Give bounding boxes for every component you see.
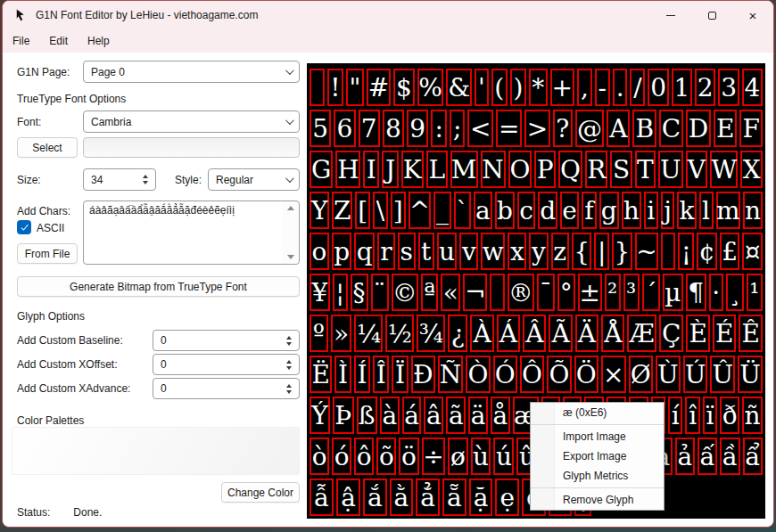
glyph-cell[interactable]: v xyxy=(459,233,478,270)
glyph-cell[interactable]: ; xyxy=(450,110,466,147)
color-palette-panel[interactable] xyxy=(12,427,300,475)
glyph-cell[interactable]: / xyxy=(630,69,645,106)
glyph-cell[interactable]: i xyxy=(644,192,658,229)
glyph-cell[interactable]: @ xyxy=(575,110,604,147)
glyph-cell[interactable]: Ü xyxy=(738,356,763,393)
glyph-cell[interactable]: , xyxy=(577,69,592,106)
baseline-spinner[interactable]: 0 xyxy=(153,330,300,351)
ascii-checkbox[interactable] xyxy=(17,220,31,234)
glyph-cell[interactable]: 5 xyxy=(310,110,331,147)
glyph-cell[interactable]: T xyxy=(635,151,656,188)
glyph-cell[interactable]: ẫ xyxy=(310,479,334,516)
glyph-cell[interactable]: 7 xyxy=(359,110,380,147)
glyph-cell[interactable]: > xyxy=(524,110,550,147)
glyph-cell[interactable]: D xyxy=(686,110,711,147)
glyph-cell[interactable]: 1 xyxy=(672,69,692,106)
glyph-cell[interactable]: w xyxy=(481,233,505,270)
glyph-cell[interactable]: Á xyxy=(497,315,520,352)
glyph-cell[interactable]: C xyxy=(659,110,683,147)
glyph-cell[interactable]: ÷ xyxy=(422,438,446,475)
glyph-cell[interactable]: g xyxy=(599,192,619,229)
glyph-cell[interactable]: \ xyxy=(373,192,387,229)
glyph-cell[interactable]: Û xyxy=(710,356,735,393)
glyph-cell[interactable]: ' xyxy=(475,69,489,106)
glyph-cell[interactable]: ¶ xyxy=(686,274,706,311)
glyph-cell[interactable]: z xyxy=(551,233,569,270)
glyph-cell[interactable]: ¢ xyxy=(697,233,717,270)
glyph-cell[interactable]: © xyxy=(392,274,418,311)
glyph-cell[interactable]: p xyxy=(332,233,352,270)
size-spinner[interactable]: 34 xyxy=(83,168,156,191)
add-chars-input[interactable]: áàảãạâấầẩẫậăắằẳẵặđéèẻẽẹíìị xyxy=(83,201,300,265)
glyph-cell[interactable]: ò xyxy=(310,438,329,475)
glyph-cell[interactable]: O xyxy=(508,151,532,188)
glyph-cell[interactable]: M xyxy=(450,151,478,188)
glyph-cell[interactable]: d xyxy=(538,192,557,229)
glyph-cell[interactable]: ẵ xyxy=(442,479,466,516)
glyph-cell[interactable]: H xyxy=(335,151,360,188)
scroll-up-button[interactable] xyxy=(287,206,294,210)
glyph-cell[interactable]: b xyxy=(495,192,515,229)
glyph-cell[interactable]: Ã xyxy=(549,315,572,352)
glyph-cell[interactable]: ¨ xyxy=(371,274,389,311)
glyph-cell[interactable]: ẩ xyxy=(743,438,763,475)
glyph-cell[interactable]: Ë xyxy=(310,356,332,393)
glyph-cell[interactable]: ñ xyxy=(742,397,763,434)
glyph-cell[interactable]: « xyxy=(441,274,460,311)
glyph-cell[interactable]: h xyxy=(622,192,641,229)
glyph-cell[interactable]: ) xyxy=(510,69,526,106)
change-color-button[interactable]: Change Color xyxy=(221,482,300,503)
spinner-arrows[interactable] xyxy=(143,175,148,184)
glyph-cell[interactable]: ¾ xyxy=(417,315,445,352)
glyph-cell[interactable]: Ê xyxy=(739,315,763,352)
glyph-cell[interactable]: Ñ xyxy=(438,356,463,393)
glyph-cell[interactable]: k xyxy=(677,192,696,229)
glyph-cell[interactable]: m xyxy=(716,192,741,229)
glyph-cell[interactable]: f xyxy=(582,192,597,229)
glyph-cell[interactable]: § xyxy=(351,274,368,311)
glyph-cell[interactable]: _ xyxy=(433,192,450,229)
menu-help[interactable]: Help xyxy=(78,31,120,51)
glyph-cell[interactable]: ] xyxy=(391,192,406,229)
textarea-scrollbar[interactable] xyxy=(283,202,298,263)
glyph-cell[interactable]: ó xyxy=(332,438,351,475)
glyph-cell[interactable]: Ú xyxy=(683,356,708,393)
glyph-cell[interactable]: ° xyxy=(557,274,575,311)
glyph-cell[interactable]: Å xyxy=(601,315,624,352)
glyph-cell[interactable]: ầ xyxy=(720,438,739,475)
glyph-cell[interactable]: = xyxy=(496,110,522,147)
glyph-cell[interactable]: ^ xyxy=(409,192,432,229)
maximize-button[interactable] xyxy=(691,1,732,29)
select-button[interactable]: Select xyxy=(17,137,78,158)
glyph-cell[interactable]: Ý xyxy=(310,397,330,434)
glyph-cell[interactable]: ú xyxy=(493,438,514,475)
glyph-cell[interactable]: S xyxy=(610,151,632,188)
glyph-cell[interactable]: L xyxy=(426,151,448,188)
glyph-cell[interactable]: 4 xyxy=(742,69,763,106)
glyph-cell[interactable]: 9 xyxy=(407,110,428,147)
glyph-cell[interactable]: Ø xyxy=(629,356,653,393)
glyph-cell[interactable]: P xyxy=(534,151,556,188)
generate-bitmap-button[interactable]: Generate Bitmap from TrueType Font xyxy=(17,276,300,297)
glyph-cell[interactable]: l xyxy=(699,192,714,229)
glyph-cell[interactable]: ! xyxy=(327,69,343,106)
glyph-cell[interactable] xyxy=(490,274,504,311)
glyph-cell[interactable]: ù xyxy=(471,438,491,475)
glyph-cell[interactable]: ¤ xyxy=(742,233,763,270)
glyph-cell[interactable]: Y xyxy=(310,192,329,229)
glyph-cell[interactable]: F xyxy=(739,110,763,147)
glyph-cell[interactable]: · xyxy=(709,274,723,311)
glyph-cell[interactable]: Í xyxy=(354,356,370,393)
glyph-cell[interactable]: n xyxy=(743,192,763,229)
glyph-cell[interactable]: ¸ xyxy=(726,274,744,311)
glyph-cell[interactable]: A xyxy=(607,110,630,147)
glyph-cell[interactable]: õ xyxy=(376,438,396,475)
glyph-cell[interactable]: ½ xyxy=(385,315,414,352)
glyph-cell[interactable]: â xyxy=(424,397,443,434)
glyph-cell[interactable]: Ù xyxy=(656,356,681,393)
glyph-cell[interactable]: U xyxy=(658,151,682,188)
glyph-cell[interactable]: & xyxy=(446,69,472,106)
spinner-arrows[interactable] xyxy=(286,360,292,370)
glyph-cell[interactable]: Ö xyxy=(574,356,599,393)
glyph-cell[interactable]: Ç xyxy=(659,315,683,352)
